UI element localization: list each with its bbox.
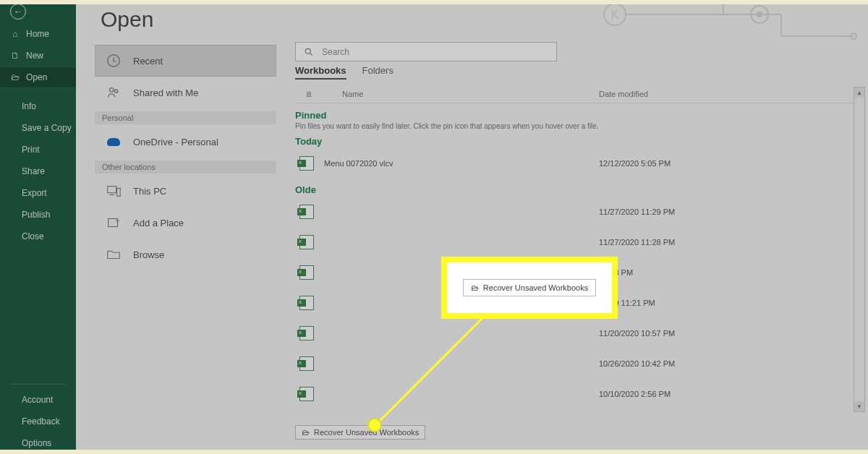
section-pinned: Pinned — [295, 110, 859, 121]
page-title: Open — [76, 0, 295, 45]
crop-band-bottom — [0, 450, 868, 454]
file-date: 12/12/2020 5:05 PM — [599, 159, 671, 168]
file-date: 11/27/2020 11:29 PM — [599, 207, 675, 216]
scroll-down-icon[interactable]: ▼ — [854, 401, 864, 411]
place-add[interactable]: Add a Place — [95, 207, 276, 239]
back-arrow-icon: ← — [10, 4, 26, 20]
search-placeholder: Search — [322, 47, 349, 57]
onedrive-icon — [104, 138, 123, 146]
places-column: Open Recent Shared with Me Personal OneD… — [76, 0, 295, 454]
section-older: Olde — [295, 184, 859, 195]
excel-file-icon — [299, 205, 314, 219]
excel-file-icon — [299, 265, 314, 280]
place-add-label: Add a Place — [133, 218, 184, 228]
pin-hint: Pin files you want to easily find later.… — [295, 122, 859, 130]
tab-workbooks[interactable]: Workbooks — [295, 65, 346, 80]
place-onedrive[interactable]: OneDrive - Personal — [95, 126, 276, 158]
backstage-open-view: ← ⌂ Home 🗋 New 🗁 Open Info Save a Copy P… — [0, 0, 868, 454]
svg-text:K: K — [611, 9, 619, 21]
place-browse[interactable]: Browse — [95, 239, 276, 270]
callout-anchor-dot — [367, 418, 382, 432]
excel-file-icon — [299, 156, 314, 171]
file-date: 11/27/2020 11:28 PM — [599, 238, 675, 247]
file-generic-icon: 🗎 — [305, 90, 313, 98]
file-date: 10/26/2020 10:42 PM — [599, 359, 675, 368]
search-input[interactable]: Search — [295, 42, 557, 61]
pc-icon — [104, 183, 123, 199]
section-today: Today — [295, 136, 859, 147]
file-tabs: Workbooks Folders — [295, 65, 393, 80]
place-this-pc[interactable]: This PC — [95, 175, 276, 207]
excel-file-icon — [299, 296, 314, 310]
nav-info[interactable]: Info — [0, 95, 76, 117]
place-this-pc-label: This PC — [133, 186, 166, 197]
tab-folders[interactable]: Folders — [362, 65, 393, 80]
folder-icon — [104, 247, 123, 262]
place-shared[interactable]: Shared with Me — [95, 77, 276, 108]
open-folder-icon: 🗁 — [302, 428, 310, 437]
backstage-sidebar: ← ⌂ Home 🗋 New 🗁 Open Info Save a Copy P… — [0, 0, 76, 454]
nav-print[interactable]: Print — [0, 139, 76, 160]
place-recent-label: Recent — [133, 56, 163, 67]
file-name: Menu 0072020 vlcv — [324, 159, 599, 168]
file-row[interactable]: 10/10/2020 2:56 PM — [295, 379, 859, 409]
svg-point-1 — [110, 88, 114, 93]
excel-file-icon — [299, 326, 314, 340]
file-row[interactable]: 11/27/2020 11:29 PM — [295, 197, 859, 227]
place-recent[interactable]: Recent — [95, 45, 276, 77]
nav-save-copy[interactable]: Save a Copy — [0, 117, 76, 139]
place-shared-label: Shared with Me — [133, 87, 198, 98]
home-icon: ⌂ — [10, 29, 20, 39]
decorative-circuit-icon: K — [593, 0, 868, 51]
svg-rect-5 — [109, 219, 118, 227]
sidebar-divider — [10, 384, 66, 385]
recover-label: Recover Unsaved Workbooks — [314, 428, 419, 437]
file-pane: Search Workbooks Folders 🗎 Name Date mod… — [295, 0, 868, 454]
open-folder-icon: 🗁 — [471, 283, 479, 292]
svg-point-6 — [305, 48, 310, 53]
nav-export[interactable]: Export — [0, 182, 76, 204]
nav-close[interactable]: Close — [0, 226, 76, 247]
recover-unsaved-button-callout[interactable]: 🗁 Recover Unsaved Workbooks — [463, 279, 596, 296]
crop-band-top — [0, 0, 868, 4]
place-onedrive-label: OneDrive - Personal — [133, 137, 218, 147]
vertical-scrollbar[interactable]: ▲ ▼ — [854, 87, 865, 412]
place-browse-label: Browse — [133, 249, 164, 260]
nav-new[interactable]: 🗋 New — [0, 45, 76, 67]
file-row[interactable]: 11/27/2020 11:28 PM — [295, 227, 859, 257]
recover-callout-label: Recover Unsaved Workbooks — [483, 283, 588, 292]
col-date-header[interactable]: Date modified — [599, 90, 648, 98]
scroll-up-icon[interactable]: ▲ — [854, 87, 864, 98]
excel-file-icon — [299, 235, 314, 249]
add-place-icon — [104, 215, 123, 231]
file-row[interactable]: 11/20/2020 10:57 PM — [295, 318, 859, 348]
nav-home[interactable]: ⌂ Home — [0, 23, 76, 45]
nav-home-label: Home — [26, 29, 49, 39]
excel-file-icon — [299, 356, 314, 371]
sidebar-bottom: Account Feedback Options — [0, 384, 76, 454]
new-file-icon: 🗋 — [10, 51, 20, 61]
file-date: 10/10/2020 2:56 PM — [599, 390, 671, 398]
recover-unsaved-button[interactable]: 🗁 Recover Unsaved Workbooks — [295, 425, 425, 440]
callout-highlight: 🗁 Recover Unsaved Workbooks — [447, 262, 612, 313]
nav-publish[interactable]: Publish — [0, 204, 76, 226]
clock-icon — [104, 53, 123, 69]
open-folder-icon: 🗁 — [10, 72, 20, 82]
svg-point-2 — [115, 90, 118, 93]
nav-feedback[interactable]: Feedback — [10, 411, 76, 432]
nav-open-label: Open — [26, 72, 47, 82]
header-personal: Personal — [95, 111, 276, 124]
nav-open[interactable]: 🗁 Open — [0, 67, 76, 88]
nav-account[interactable]: Account — [10, 389, 76, 411]
svg-rect-4 — [117, 188, 121, 196]
svg-point-10 — [757, 12, 762, 17]
col-name-header[interactable]: Name — [342, 90, 363, 98]
file-row[interactable]: Menu 0072020 vlcv 12/12/2020 5:05 PM — [295, 148, 859, 179]
file-row[interactable]: 10/26/2020 10:42 PM — [295, 348, 859, 379]
svg-rect-3 — [108, 187, 116, 193]
nav-new-label: New — [26, 51, 43, 61]
header-other: Other locations — [95, 160, 276, 174]
excel-file-icon — [299, 387, 314, 401]
file-date: 11/20/2020 10:57 PM — [599, 329, 675, 338]
nav-share[interactable]: Share — [0, 160, 76, 182]
